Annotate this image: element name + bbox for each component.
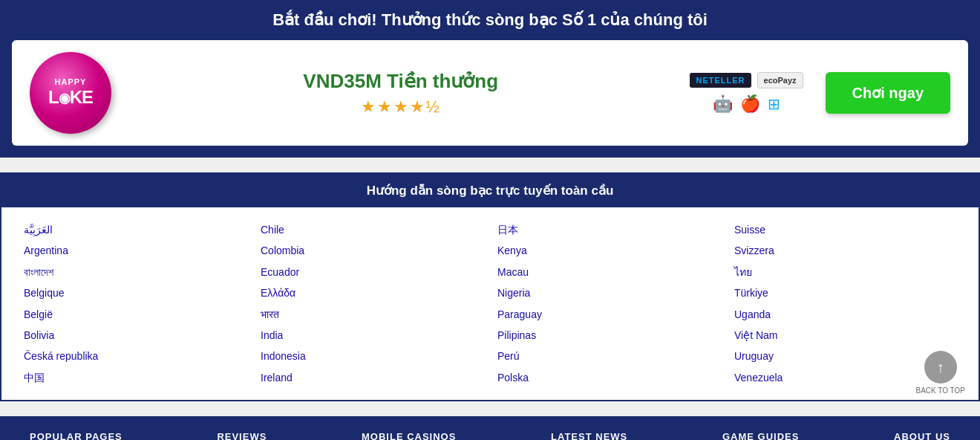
country-link[interactable]: 中国 — [24, 367, 246, 388]
country-link[interactable]: Kenya — [497, 240, 719, 261]
country-link[interactable]: العَرَبِيَّة — [24, 219, 246, 240]
footer-section-5: ABOUT US — [894, 431, 950, 440]
footer-section-title: MOBILE CASINOS — [362, 431, 456, 440]
payment-area: NETELLER ecoPayz 🤖 🍎 ⊞ — [690, 72, 803, 114]
country-link[interactable]: Việt Nam — [734, 325, 956, 346]
platform-icons: 🤖 🍎 ⊞ — [713, 94, 780, 114]
country-link[interactable]: Ecuador — [261, 262, 483, 282]
logo-area: HAPPY L◉KE — [30, 52, 111, 134]
footer-section-title: ABOUT US — [894, 431, 950, 440]
country-link[interactable]: India — [261, 325, 483, 346]
country-link[interactable]: Polska — [497, 367, 719, 388]
country-link[interactable]: Paraguay — [497, 304, 719, 325]
cta-button[interactable]: Chơi ngay — [826, 72, 950, 114]
ecopay-badge: ecoPayz — [757, 72, 803, 88]
footer-section-3: LATEST NEWS — [551, 431, 627, 440]
footer-section-title: GAME GUIDES — [722, 431, 799, 440]
country-link[interactable]: Chile — [261, 219, 483, 240]
footer-section-2: MOBILE CASINOS — [362, 431, 456, 440]
country-link[interactable]: ไทย — [734, 262, 956, 282]
country-column-0: العَرَبِيَّةArgentinaবাংলাদেশBelgiqueBel… — [16, 219, 253, 388]
country-link[interactable]: भारत — [261, 304, 483, 325]
country-link[interactable]: Colombia — [261, 240, 483, 261]
country-link[interactable]: Pilipinas — [497, 325, 719, 346]
footer-section-title: LATEST NEWS — [551, 431, 627, 440]
banner-header: Bắt đầu chơi! Thưởng thức sòng bạc Số 1 … — [0, 0, 980, 40]
country-link[interactable]: Ελλάδα — [261, 282, 483, 303]
back-to-top-label: BACK TO TOP — [915, 386, 965, 395]
country-link[interactable]: Perú — [497, 346, 719, 366]
country-link[interactable]: 日本 — [497, 219, 719, 240]
footer-section-title: REVIEWS — [217, 431, 267, 440]
logo-top: HAPPY — [48, 77, 93, 87]
windows-icon: ⊞ — [768, 95, 780, 113]
country-link[interactable]: বাংলাদেশ — [24, 262, 246, 282]
promo-amount: VND35M Tiền thưởng — [134, 70, 667, 93]
country-column-1: ChileColombiaEcuadorΕλλάδαभारतIndiaIndon… — [253, 219, 490, 388]
world-guide-heading: Hướng dẫn sòng bạc trực tuyến toàn cầu — [1, 174, 979, 207]
back-to-top-button[interactable]: ↑ BACK TO TOP — [915, 351, 965, 395]
casino-logo: HAPPY L◉KE — [30, 52, 111, 134]
country-link[interactable]: Argentina — [24, 240, 246, 261]
country-link[interactable]: Türkiye — [734, 282, 956, 303]
neteller-badge: NETELLER — [690, 73, 751, 88]
world-guide-section: Hướng dẫn sòng bạc trực tuyến toàn cầu ا… — [0, 172, 980, 401]
footer-section-1: REVIEWS — [217, 431, 267, 440]
logo-main: L◉KE — [48, 87, 93, 109]
country-link[interactable]: Indonesia — [261, 346, 483, 366]
promo-area: VND35M Tiền thưởng ★★★★½ — [134, 70, 667, 117]
back-to-top-icon: ↑ — [924, 351, 957, 384]
footer-section-4: GAME GUIDES — [722, 431, 799, 440]
payment-badges: NETELLER ecoPayz — [690, 72, 803, 88]
footer-section-title: POPULAR PAGES — [30, 431, 122, 440]
country-link[interactable]: België — [24, 304, 246, 325]
country-link[interactable]: Česká republika — [24, 346, 246, 366]
country-link[interactable]: Macau — [497, 262, 719, 282]
country-link[interactable]: Ireland — [261, 367, 483, 388]
country-link[interactable]: Belgique — [24, 282, 246, 303]
banner-inner: HAPPY L◉KE VND35M Tiền thưởng ★★★★½ NETE… — [12, 40, 968, 146]
star-rating: ★★★★½ — [134, 97, 667, 117]
country-link[interactable]: Uganda — [734, 304, 956, 325]
country-link[interactable]: Svizzera — [734, 240, 956, 261]
country-column-2: 日本KenyaMacauNigeriaParaguayPilipinasPerú… — [490, 219, 727, 388]
country-link[interactable]: Bolivia — [24, 325, 246, 346]
world-guide-grid: العَرَبِيَّةArgentinaবাংলাদেশBelgiqueBel… — [1, 207, 979, 400]
country-link[interactable]: Suisse — [734, 219, 956, 240]
footer-section-0: POPULAR PAGES — [30, 431, 122, 440]
android-icon: 🤖 — [713, 94, 733, 114]
footer: POPULAR PAGESREVIEWSMOBILE CASINOSLATEST… — [0, 416, 980, 440]
banner-wrapper: HAPPY L◉KE VND35M Tiền thưởng ★★★★½ NETE… — [0, 40, 980, 158]
apple-icon: 🍎 — [740, 94, 760, 114]
country-link[interactable]: Nigeria — [497, 282, 719, 303]
